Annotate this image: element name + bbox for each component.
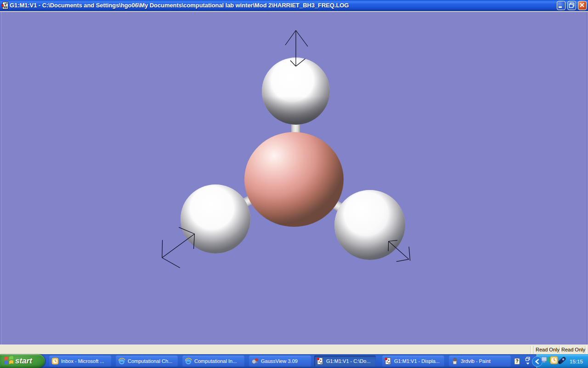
svg-text:?: ? [516,359,519,364]
